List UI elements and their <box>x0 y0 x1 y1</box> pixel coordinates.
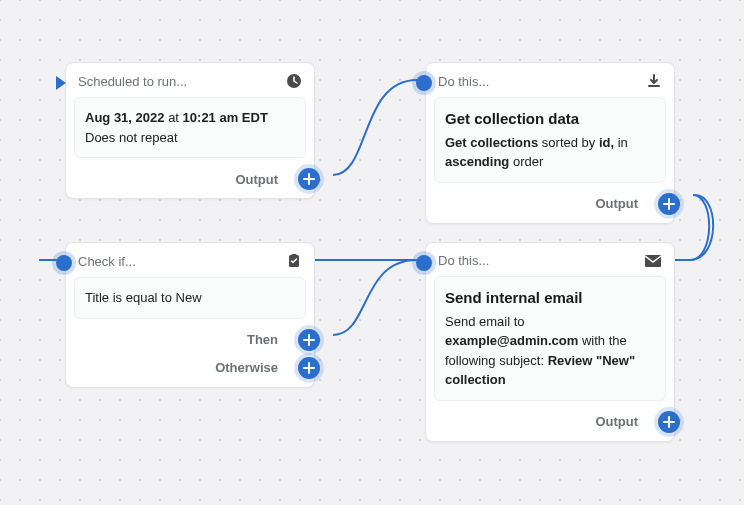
workflow-node-send-email[interactable]: Do this... Send internal email Send emai… <box>425 242 675 442</box>
play-icon <box>54 75 68 95</box>
workflow-node-scheduled[interactable]: Scheduled to run... Aug 31, 2022 at 10:2… <box>65 62 315 199</box>
input-handle <box>416 255 432 271</box>
input-handle <box>416 75 432 91</box>
node-body: Get collection data Get collections sort… <box>434 97 666 183</box>
node-body: Send internal email Send email to exampl… <box>434 276 666 401</box>
output-label: Output <box>595 414 638 429</box>
workflow-node-check-if[interactable]: Check if... Title is equal to New Then O… <box>65 242 315 388</box>
add-then-button[interactable] <box>298 329 320 351</box>
workflow-node-get-collection[interactable]: Do this... Get collection data Get colle… <box>425 62 675 224</box>
clock-icon <box>286 73 302 89</box>
node-body: Title is equal to New <box>74 277 306 319</box>
output-label: Output <box>235 172 278 187</box>
add-output-button[interactable] <box>658 411 680 433</box>
node-title: Check if... <box>78 254 136 269</box>
node-title: Do this... <box>438 74 489 89</box>
output-label: Output <box>595 196 638 211</box>
input-handle <box>56 255 72 271</box>
download-icon <box>646 73 662 89</box>
mail-icon <box>644 254 662 268</box>
otherwise-label: Otherwise <box>215 360 278 375</box>
add-output-button[interactable] <box>298 168 320 190</box>
add-otherwise-button[interactable] <box>298 357 320 379</box>
then-label: Then <box>247 332 278 347</box>
clipboard-icon <box>286 253 302 269</box>
svg-rect-2 <box>292 254 297 257</box>
node-body: Aug 31, 2022 at 10:21 am EDT Does not re… <box>74 97 306 158</box>
svg-rect-3 <box>645 255 661 267</box>
node-title: Do this... <box>438 253 489 268</box>
add-output-button[interactable] <box>658 193 680 215</box>
node-title: Scheduled to run... <box>78 74 187 89</box>
